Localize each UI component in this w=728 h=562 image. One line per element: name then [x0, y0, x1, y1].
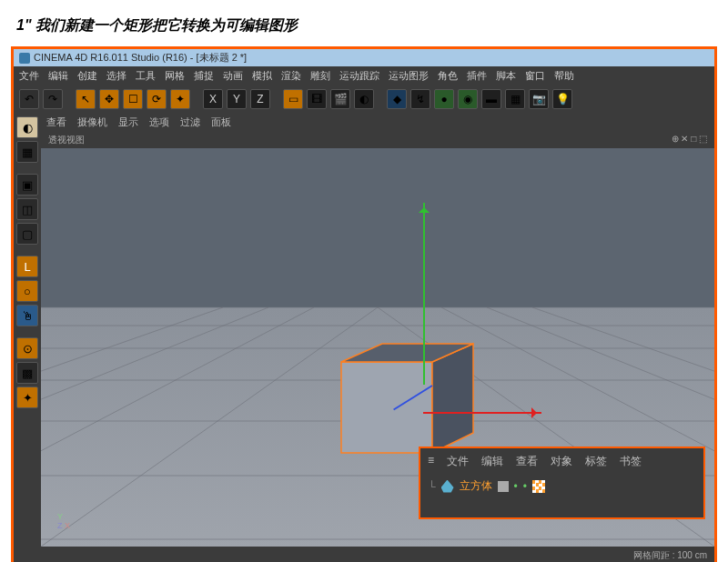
- main-menubar[interactable]: 文件 编辑 创建 选择 工具 网格 捕捉 动画 模拟 渲染 雕刻 运动跟踪 运动…: [14, 66, 714, 85]
- vmenu-panel[interactable]: 面板: [211, 115, 231, 129]
- panel-grip-icon[interactable]: ≡: [428, 454, 434, 469]
- menu-select[interactable]: 选择: [106, 69, 126, 83]
- axis-y-toggle[interactable]: Y: [227, 89, 247, 109]
- status-bar: 网格间距 : 100 cm: [41, 547, 714, 562]
- film-icon[interactable]: 🎞: [307, 89, 327, 109]
- object-name[interactable]: 立方体: [460, 478, 492, 494]
- vmenu-filter[interactable]: 过滤: [180, 115, 200, 129]
- axis-x-toggle[interactable]: X: [203, 89, 223, 109]
- menu-tool[interactable]: 工具: [136, 69, 156, 83]
- menu-mograph[interactable]: 运动图形: [389, 69, 429, 83]
- object-manager-panel: ≡ 文件 编辑 查看 对象 标签 书签 └ 立方体 ••: [419, 447, 705, 519]
- panel-menu-tag[interactable]: 标签: [585, 454, 607, 469]
- left-toolbar: ◐ ▦ ▣ ◫ ▢ L ○ 🖱 ⊙ ▩ ✦: [14, 113, 41, 562]
- workspace: ◐ ▦ ▣ ◫ ▢ L ○ 🖱 ⊙ ▩ ✦ 查看 摄像机 显示 选项 过滤 面板: [14, 113, 714, 562]
- perspective-viewport[interactable]: Y Z X ≡ 文件 编辑 查看 对象 标签 书签 └: [41, 148, 714, 547]
- panel-menu-object[interactable]: 对象: [551, 454, 572, 469]
- svg-line-5: [41, 307, 268, 547]
- visibility-tag-icon[interactable]: [498, 481, 509, 492]
- magnet-icon[interactable]: ⊙: [16, 337, 38, 359]
- camera-icon[interactable]: 📷: [529, 89, 549, 109]
- menu-script[interactable]: 脚本: [496, 69, 516, 83]
- phong-tag-icon[interactable]: [532, 480, 545, 493]
- menu-anim[interactable]: 动画: [223, 69, 243, 83]
- material-icon[interactable]: ▦: [16, 141, 38, 163]
- app-icon: [19, 53, 30, 64]
- clapper-icon[interactable]: 🎬: [330, 89, 350, 109]
- main-toolbar: ↶ ↷ ↖ ✥ ☐ ⟳ ✦ X Y Z ▭ 🎞 🎬 ◐ ◆ ↯ ● ◉ ▬ ▦ …: [14, 85, 714, 113]
- panel-menubar[interactable]: ≡ 文件 编辑 查看 对象 标签 书签: [420, 448, 703, 475]
- light-icon[interactable]: 💡: [552, 89, 572, 109]
- viewport-controls[interactable]: ⊕ ✕ □ ⬚: [672, 134, 707, 146]
- undo-button[interactable]: ↶: [19, 89, 39, 109]
- select-tool[interactable]: ↖: [76, 89, 96, 109]
- spline-icon[interactable]: ○: [16, 280, 38, 302]
- panel-menu-bookmark[interactable]: 书签: [620, 454, 642, 469]
- menu-edit[interactable]: 编辑: [48, 69, 68, 83]
- svg-line-7: [41, 307, 223, 547]
- nav-compass: Y Z X: [57, 512, 70, 530]
- mouse-icon[interactable]: 🖱: [16, 305, 38, 326]
- panel-menu-file[interactable]: 文件: [447, 454, 469, 469]
- scale-tool[interactable]: ☐: [123, 89, 143, 109]
- vmenu-options[interactable]: 选项: [149, 115, 169, 129]
- menu-plugin[interactable]: 插件: [467, 69, 487, 83]
- menu-window[interactable]: 窗口: [525, 69, 545, 83]
- grid-spacing-readout: 网格间距 : 100 cm: [633, 550, 707, 560]
- render-icon[interactable]: ◆: [387, 89, 407, 109]
- menu-create[interactable]: 创建: [77, 69, 97, 83]
- axis-icon[interactable]: ✦: [16, 386, 38, 408]
- menu-sim[interactable]: 模拟: [252, 69, 272, 83]
- checker-icon[interactable]: ▩: [16, 362, 38, 384]
- menu-sculpt[interactable]: 雕刻: [310, 69, 330, 83]
- vmenu-display[interactable]: 显示: [118, 115, 138, 129]
- menu-render[interactable]: 渲染: [281, 69, 301, 83]
- panel-menu-view[interactable]: 查看: [516, 454, 538, 469]
- viewport-label: 透视视图: [48, 134, 85, 146]
- panel-menu-edit[interactable]: 编辑: [481, 454, 503, 469]
- lathe-icon[interactable]: L: [16, 256, 38, 277]
- spot-icon[interactable]: ◐: [354, 89, 374, 109]
- move-tool[interactable]: ✥: [99, 89, 119, 109]
- rotate-tool[interactable]: ⟳: [147, 89, 167, 109]
- vmenu-camera[interactable]: 摄像机: [77, 115, 107, 129]
- cube-primitive-icon: [441, 480, 454, 493]
- viewport-hud: 透视视图 ⊕ ✕ □ ⬚: [41, 132, 714, 148]
- redo-button[interactable]: ↷: [43, 89, 63, 109]
- svg-line-3: [41, 307, 314, 547]
- recent-tool[interactable]: ✦: [170, 89, 190, 109]
- menu-snap[interactable]: 捕捉: [194, 69, 214, 83]
- menu-char[interactable]: 角色: [438, 69, 458, 83]
- sphere-icon[interactable]: ●: [434, 89, 454, 109]
- edge-mode-icon[interactable]: ◫: [16, 198, 38, 220]
- tree-toggle-icon[interactable]: └: [428, 480, 436, 493]
- axis-z-toggle[interactable]: Z: [250, 89, 270, 109]
- window-titlebar: CINEMA 4D R16.011 Studio (R16) - [未标题 2 …: [14, 49, 714, 66]
- live-select-icon[interactable]: ◐: [16, 116, 38, 138]
- svg-marker-15: [341, 362, 432, 453]
- menu-file[interactable]: 文件: [19, 69, 39, 83]
- object-row[interactable]: └ 立方体 ••: [420, 475, 703, 497]
- window-title: CINEMA 4D R16.011 Studio (R16) - [未标题 2 …: [34, 51, 247, 65]
- menu-motrack[interactable]: 运动跟踪: [339, 69, 379, 83]
- floor-icon[interactable]: ▬: [481, 89, 501, 109]
- menu-mesh[interactable]: 网格: [165, 69, 185, 83]
- vmenu-view[interactable]: 查看: [46, 115, 66, 129]
- view-area: 查看 摄像机 显示 选项 过滤 面板 透视视图 ⊕ ✕ □ ⬚: [41, 113, 714, 562]
- svg-marker-16: [432, 344, 473, 453]
- viewport-menubar[interactable]: 查看 摄像机 显示 选项 过滤 面板: [41, 113, 714, 132]
- step-caption: 1" 我们新建一个矩形把它转换为可编辑图形: [0, 0, 728, 46]
- screenshot-frame: CINEMA 4D R16.011 Studio (R16) - [未标题 2 …: [11, 46, 717, 562]
- grid-toggle-icon[interactable]: ▦: [505, 89, 525, 109]
- poly-mode-icon[interactable]: ▣: [16, 174, 38, 196]
- render-settings-icon[interactable]: ↯: [410, 89, 430, 109]
- primitive-cube-icon[interactable]: ▭: [283, 89, 303, 109]
- point-mode-icon[interactable]: ▢: [16, 223, 38, 245]
- menu-help[interactable]: 帮助: [554, 69, 574, 83]
- globe-icon[interactable]: ◉: [458, 89, 478, 109]
- axis-y-gizmo[interactable]: [423, 203, 425, 385]
- axis-x-gizmo[interactable]: [423, 412, 541, 414]
